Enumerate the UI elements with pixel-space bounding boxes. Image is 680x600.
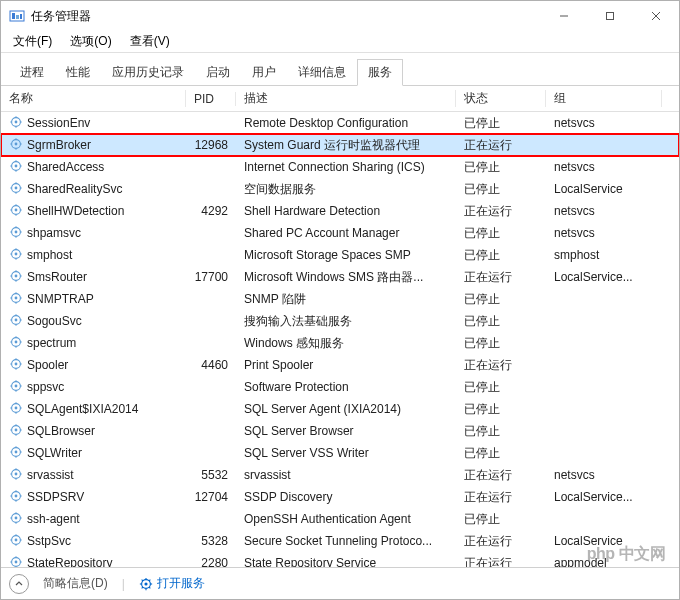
svg-rect-2 bbox=[16, 15, 19, 19]
table-row[interactable]: SSDPSRV12704SSDP Discovery正在运行LocalServi… bbox=[1, 486, 679, 508]
table-row[interactable]: ShellHWDetection4292Shell Hardware Detec… bbox=[1, 200, 679, 222]
column-header-pid[interactable]: PID bbox=[186, 92, 236, 106]
table-row[interactable]: Spooler4460Print Spooler正在运行 bbox=[1, 354, 679, 376]
menu-view[interactable]: 查看(V) bbox=[122, 31, 178, 52]
service-icon bbox=[9, 313, 23, 330]
service-name: SQLBrowser bbox=[27, 424, 95, 438]
cell-name: spectrum bbox=[1, 335, 186, 352]
service-icon bbox=[9, 401, 23, 418]
cell-status: 已停止 bbox=[456, 335, 546, 352]
service-name: sppsvc bbox=[27, 380, 64, 394]
table-row[interactable]: StateRepository2280State Repository Serv… bbox=[1, 552, 679, 567]
tab-users[interactable]: 用户 bbox=[241, 59, 287, 85]
table-row[interactable]: sppsvcSoftware Protection已停止 bbox=[1, 376, 679, 398]
cell-group: appmodel bbox=[546, 556, 679, 567]
cell-name: ssh-agent bbox=[1, 511, 186, 528]
service-icon bbox=[9, 511, 23, 528]
table-row[interactable]: SmsRouter17700Microsoft Windows SMS 路由器.… bbox=[1, 266, 679, 288]
minimize-button[interactable] bbox=[541, 1, 587, 31]
table-row[interactable]: srvassist5532srvassist正在运行netsvcs bbox=[1, 464, 679, 486]
svg-point-129 bbox=[15, 560, 18, 563]
service-name: SstpSvc bbox=[27, 534, 71, 548]
table-row[interactable]: SessionEnvRemote Desktop Configuration已停… bbox=[1, 112, 679, 134]
table-row[interactable]: smphostMicrosoft Storage Spaces SMP已停止sm… bbox=[1, 244, 679, 266]
table-row[interactable]: SQLAgent$IXIA2014SQL Server Agent (IXIA2… bbox=[1, 398, 679, 420]
service-name: srvassist bbox=[27, 468, 74, 482]
table-row[interactable]: ssh-agentOpenSSH Authentication Agent已停止 bbox=[1, 508, 679, 530]
svg-point-15 bbox=[15, 142, 18, 145]
maximize-button[interactable] bbox=[587, 1, 633, 31]
cell-name: ShellHWDetection bbox=[1, 203, 186, 220]
column-header-description[interactable]: 描述 bbox=[236, 90, 456, 107]
open-services-link[interactable]: 打开服务 bbox=[139, 575, 205, 592]
table-row[interactable]: SharedRealitySvc空间数据服务已停止LocalService bbox=[1, 178, 679, 200]
cell-description: 空间数据服务 bbox=[236, 181, 456, 198]
service-icon bbox=[9, 357, 23, 374]
table-row[interactable]: SQLWriterSQL Server VSS Writer已停止 bbox=[1, 442, 679, 464]
column-header-status[interactable]: 状态 bbox=[456, 90, 546, 107]
table-header: 名称 PID 描述 状态 组 bbox=[1, 86, 679, 112]
svg-rect-5 bbox=[607, 13, 614, 20]
cell-name: SharedRealitySvc bbox=[1, 181, 186, 198]
cell-status: 已停止 bbox=[456, 423, 546, 440]
cell-status: 已停止 bbox=[456, 115, 546, 132]
cell-description: Shared PC Account Manager bbox=[236, 226, 456, 240]
cell-group: netsvcs bbox=[546, 116, 679, 130]
tab-performance[interactable]: 性能 bbox=[55, 59, 101, 85]
table-row[interactable]: SharedAccessInternet Connection Sharing … bbox=[1, 156, 679, 178]
cell-name: StateRepository bbox=[1, 555, 186, 568]
cell-status: 已停止 bbox=[456, 225, 546, 242]
svg-point-105 bbox=[15, 472, 18, 475]
column-header-group[interactable]: 组 bbox=[546, 90, 662, 107]
fewer-details-button[interactable] bbox=[9, 574, 29, 594]
tab-processes[interactable]: 进程 bbox=[9, 59, 55, 85]
service-icon bbox=[9, 181, 23, 198]
cell-status: 正在运行 bbox=[456, 467, 546, 484]
service-name: SharedAccess bbox=[27, 160, 104, 174]
cell-pid: 17700 bbox=[186, 270, 236, 284]
table-row[interactable]: SgrmBroker12968System Guard 运行时监视器代理正在运行 bbox=[1, 134, 679, 156]
cell-description: srvassist bbox=[236, 468, 456, 482]
table-row[interactable]: SNMPTRAPSNMP 陷阱已停止 bbox=[1, 288, 679, 310]
menu-options[interactable]: 选项(O) bbox=[62, 31, 119, 52]
table-row[interactable]: SQLBrowserSQL Server Browser已停止 bbox=[1, 420, 679, 442]
svg-point-123 bbox=[15, 538, 18, 541]
tab-services[interactable]: 服务 bbox=[357, 59, 403, 86]
cell-group: netsvcs bbox=[546, 160, 679, 174]
service-icon bbox=[9, 225, 23, 242]
cell-status: 已停止 bbox=[456, 159, 546, 176]
cell-description: Internet Connection Sharing (ICS) bbox=[236, 160, 456, 174]
service-icon bbox=[9, 203, 23, 220]
column-header-name[interactable]: 名称 bbox=[1, 90, 186, 107]
table-row[interactable]: SstpSvc5328Secure Socket Tunneling Proto… bbox=[1, 530, 679, 552]
window-title: 任务管理器 bbox=[31, 8, 91, 25]
cell-name: SogouSvc bbox=[1, 313, 186, 330]
cell-pid: 5328 bbox=[186, 534, 236, 548]
app-icon bbox=[9, 8, 25, 24]
table-row[interactable]: spectrumWindows 感知服务已停止 bbox=[1, 332, 679, 354]
cell-name: srvassist bbox=[1, 467, 186, 484]
menu-file[interactable]: 文件(F) bbox=[5, 31, 60, 52]
svg-line-143 bbox=[149, 579, 150, 580]
cell-group: LocalService... bbox=[546, 490, 679, 504]
tab-startup[interactable]: 启动 bbox=[195, 59, 241, 85]
cell-description: Secure Socket Tunneling Protoco... bbox=[236, 534, 456, 548]
svg-point-93 bbox=[15, 428, 18, 431]
brief-info-label: 简略信息(D) bbox=[43, 575, 108, 592]
service-name: ssh-agent bbox=[27, 512, 80, 526]
cell-group: LocalService... bbox=[546, 270, 679, 284]
cell-status: 正在运行 bbox=[456, 533, 546, 550]
svg-line-142 bbox=[141, 587, 142, 588]
brief-info-link[interactable]: 简略信息(D) bbox=[43, 575, 108, 592]
cell-status: 正在运行 bbox=[456, 269, 546, 286]
cell-description: System Guard 运行时监视器代理 bbox=[236, 137, 456, 154]
cell-description: Shell Hardware Detection bbox=[236, 204, 456, 218]
close-button[interactable] bbox=[633, 1, 679, 31]
table-row[interactable]: shpamsvcShared PC Account Manager已停止nets… bbox=[1, 222, 679, 244]
tab-history[interactable]: 应用历史记录 bbox=[101, 59, 195, 85]
svg-point-87 bbox=[15, 406, 18, 409]
table-rows[interactable]: SessionEnvRemote Desktop Configuration已停… bbox=[1, 112, 679, 567]
table-row[interactable]: SogouSvc搜狗输入法基础服务已停止 bbox=[1, 310, 679, 332]
tab-details[interactable]: 详细信息 bbox=[287, 59, 357, 85]
service-icon bbox=[9, 533, 23, 550]
